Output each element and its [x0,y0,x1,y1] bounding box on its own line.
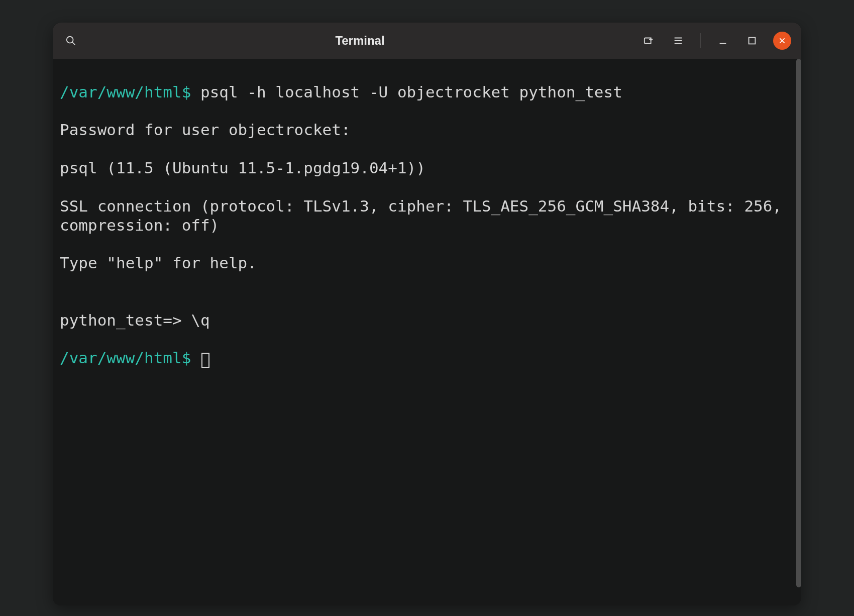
command-text [191,349,200,367]
prompt-dollar: $ [182,83,191,101]
command-text: psql -h localhost -U objectrocket python… [191,83,622,101]
terminal-line: psql (11.5 (Ubuntu 11.5-1.pgdg19.04+1)) [60,159,791,178]
terminal-line: Password for user objectrocket: [60,121,791,140]
psql-command: \q [191,311,209,329]
new-tab-icon[interactable] [641,33,657,49]
titlebar-right [641,32,791,50]
svg-point-0 [67,37,73,43]
psql-prompt: python_test=> [60,311,191,329]
titlebar-divider [700,33,701,48]
svg-line-1 [72,42,75,45]
terminal-line: python_test=> \q [60,311,791,330]
prompt-path: /var/www/html [60,83,182,101]
window-title: Terminal [79,34,641,48]
svg-rect-8 [749,38,756,44]
terminal-window: Terminal /var/www/html$ psql -h localhos… [53,23,801,605]
terminal-line: /var/www/html$ psql -h localhost -U obje… [60,83,791,102]
terminal-body[interactable]: /var/www/html$ psql -h localhost -U obje… [53,59,801,605]
terminal-line: /var/www/html$ [60,349,791,368]
titlebar: Terminal [53,23,801,59]
prompt-path: /var/www/html [60,349,182,367]
close-button[interactable] [773,32,791,50]
search-icon[interactable] [63,33,79,49]
terminal-line: SSL connection (protocol: TLSv1.3, ciphe… [60,197,791,235]
scrollbar-thumb[interactable] [796,59,801,587]
prompt-dollar: $ [182,349,191,367]
terminal-cursor [201,353,209,368]
scrollbar[interactable] [796,59,801,587]
maximize-button[interactable] [744,33,760,49]
terminal-line: Type "help" for help. [60,254,791,273]
hamburger-menu-icon[interactable] [670,33,686,49]
titlebar-left [63,33,79,49]
minimize-button[interactable] [715,33,731,49]
